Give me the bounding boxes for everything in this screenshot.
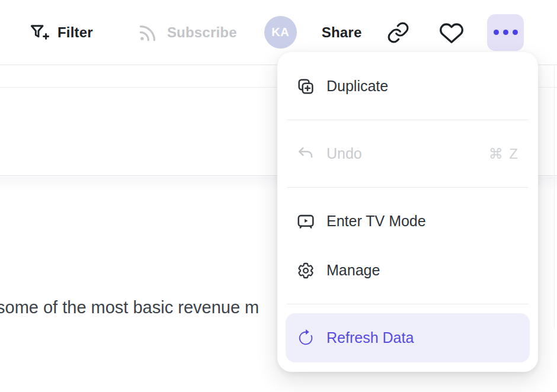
menu-divider xyxy=(287,304,529,304)
menu-item-undo[interactable]: Undo ⌘ Z xyxy=(286,129,530,178)
undo-icon xyxy=(296,144,315,163)
menu-item-label: Manage xyxy=(326,262,380,279)
menu-item-label: Refresh Data xyxy=(326,329,414,346)
more-options-button[interactable] xyxy=(487,14,524,51)
user-avatar[interactable]: KA xyxy=(264,16,297,49)
copy-link-button[interactable] xyxy=(385,20,411,46)
menu-item-enter-tv-mode[interactable]: Enter TV Mode xyxy=(286,197,530,246)
duplicate-icon xyxy=(296,77,315,96)
menu-item-label: Undo xyxy=(326,145,362,162)
subscribe-button[interactable]: Subscribe xyxy=(137,21,237,44)
filter-label: Filter xyxy=(57,24,93,41)
menu-item-label: Duplicate xyxy=(326,78,388,95)
share-label: Share xyxy=(322,24,362,41)
menu-item-manage[interactable]: Manage xyxy=(286,246,530,295)
dashboard-screen: some of the most basic revenue m Filter … xyxy=(0,0,557,392)
rss-icon xyxy=(137,21,159,44)
avatar-initials: KA xyxy=(271,25,289,39)
favorite-button[interactable] xyxy=(438,20,465,46)
menu-divider xyxy=(287,120,529,120)
card-edge-divider xyxy=(554,65,555,329)
menu-divider xyxy=(287,187,529,188)
heart-icon xyxy=(439,20,464,45)
refresh-icon xyxy=(296,329,315,348)
menu-item-refresh-data[interactable]: Refresh Data xyxy=(286,313,530,362)
tv-mode-icon xyxy=(296,212,315,231)
menu-item-shortcut: ⌘ Z xyxy=(489,146,519,162)
gear-icon xyxy=(296,261,315,280)
link-icon xyxy=(386,21,410,44)
ellipsis-icon xyxy=(494,30,518,35)
subscribe-label: Subscribe xyxy=(167,24,237,41)
menu-item-label: Enter TV Mode xyxy=(326,213,426,230)
funnel-plus-icon xyxy=(28,22,50,43)
menu-item-duplicate[interactable]: Duplicate xyxy=(286,62,530,111)
more-options-menu: Duplicate Undo ⌘ Z Enter TV M xyxy=(277,52,538,372)
filter-button[interactable]: Filter xyxy=(28,22,93,43)
share-button[interactable]: Share xyxy=(322,24,362,41)
